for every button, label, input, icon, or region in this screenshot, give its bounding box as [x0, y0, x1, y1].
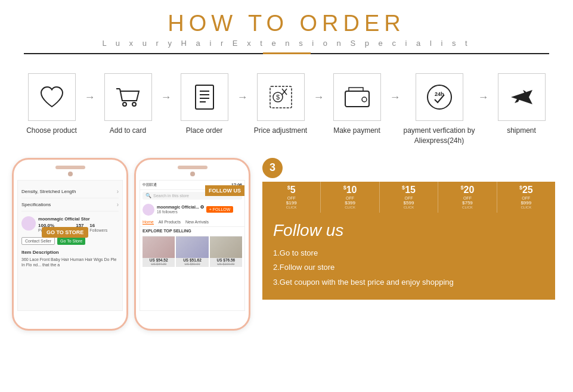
svg-point-14	[362, 97, 367, 102]
coupon-25-threshold: $999	[521, 200, 531, 206]
coupon-25: $25 OFF $999 CLICK	[497, 182, 555, 213]
coupon-25-amount: $25	[519, 185, 533, 195]
phone1-specs-label: Specifications	[21, 202, 51, 207]
follow-title: Follow us	[273, 221, 544, 240]
phone2-explore-label: EXPLORE TOP SELLING	[140, 227, 244, 235]
step-icon-wallet	[333, 73, 381, 121]
phone-2: 中国联通 17:06 🔍 Search in this store moonma…	[134, 158, 250, 331]
search-icon: 🔍	[145, 193, 151, 198]
phone1-followers: 16Followers	[89, 223, 107, 232]
contact-seller-btn[interactable]: Contact Seller	[21, 237, 55, 245]
phone-1: Density, Stretched Length › Specificatio…	[12, 158, 128, 331]
coupon-5-amount: $5	[287, 185, 296, 195]
coupon-5-threshold: $199	[286, 200, 297, 206]
svg-point-1	[123, 102, 126, 106]
phone2-store-followers: 16 followers	[157, 210, 204, 214]
arrow-6: →	[478, 91, 489, 104]
svg-text:$: $	[276, 94, 280, 101]
page-subtitle: L u x u r y H a i r E x t e n s i o n S …	[0, 39, 573, 48]
coupon-20-threshold: $759	[462, 200, 473, 206]
phone1-density-label: Density, Stretched Length	[21, 189, 76, 194]
step-label-choose-product: Choose product	[26, 126, 77, 136]
step-icon-plane	[498, 73, 546, 121]
step-place-order: Place order	[172, 73, 237, 136]
coupon-10-click: CLICK	[345, 206, 355, 209]
phone1-camera	[68, 172, 73, 176]
coupon-10-amount: $10	[343, 185, 357, 195]
phone2-price-2: US $51.62	[183, 258, 202, 262]
step-label-add-to-card: Add to card	[110, 126, 146, 136]
step-add-to-card: Add to card	[95, 73, 161, 136]
phone2-camera	[190, 172, 195, 176]
coupon-15-click: CLICK	[404, 206, 414, 209]
coupon-5-off: OFF	[287, 196, 296, 200]
line-right	[311, 53, 550, 54]
step-label-shipment: shipment	[507, 126, 536, 136]
phone2-price-1: US $54.52	[150, 258, 168, 262]
step-icon-document	[181, 73, 228, 121]
phone2-nav-products[interactable]: All Products	[159, 220, 181, 225]
phone2-content: 中国联通 17:06 🔍 Search in this store moonma…	[140, 181, 244, 310]
phone1-store-name: moonmagic Official Stor	[38, 216, 107, 222]
arrow-2: →	[161, 91, 172, 104]
svg-rect-3	[196, 85, 213, 109]
step-label-payment-verification: payment verfication by Aliexpress(24h)	[401, 126, 478, 146]
coupon-10: $10 OFF $399 CLICK	[321, 182, 379, 213]
coupon-20-amount: $20	[461, 185, 475, 195]
phone2-nav: Home All Products New Arrivals	[140, 218, 244, 227]
coupon-20-click: CLICK	[462, 206, 473, 209]
phone1-row-density: Density, Stretched Length ›	[21, 185, 119, 198]
phone1-row-specs: Specifications ›	[21, 198, 119, 211]
svg-point-16	[428, 85, 451, 109]
follow-us-badge: FOLLOW US	[205, 185, 244, 196]
coupon-10-threshold: $399	[345, 200, 355, 206]
step-label-place-order: Place order	[186, 126, 222, 136]
follow-panel: Follow us 1.Go to store 2.Follow our sto…	[262, 213, 555, 300]
coupon-25-off: OFF	[522, 196, 530, 200]
step-icon-heart	[28, 73, 76, 121]
step3-badge: 3	[262, 158, 283, 178]
phone2-store-avatar	[143, 204, 154, 216]
phone2-product-3: US $76.56 US $100.00	[210, 236, 242, 267]
phone1-buttons: Contact Seller Go To Store	[21, 237, 119, 245]
step-shipment: shipment	[489, 73, 555, 136]
bottom-section: Density, Stretched Length › Specificatio…	[0, 152, 573, 337]
coupons-strip: $5 OFF $199 CLICK $10 OFF $399 CLICK $15…	[262, 182, 555, 213]
phones-container: Density, Stretched Length › Specificatio…	[12, 158, 250, 331]
follow-step-1: 1.Go to store	[273, 246, 544, 261]
phone2-products-grid: US $54.52 US $84.00 US $51.62 US $80.00 …	[140, 235, 244, 268]
goto-store-badge[interactable]: GO TO STORE	[42, 227, 88, 238]
follow-steps: 1.Go to store 2.Follow our store 3.Get c…	[273, 246, 544, 290]
coupon-10-off: OFF	[346, 196, 354, 200]
phone2-follow-btn[interactable]: + FOLLOW	[206, 206, 234, 213]
phone1-chevron-1: ›	[117, 188, 119, 195]
coupon-25-click: CLICK	[521, 206, 531, 209]
goto-store-btn[interactable]: Go To Store	[57, 237, 85, 245]
step-make-payment: Make payment	[324, 73, 390, 136]
follow-step-3: 3.Get coupon with the best price and enj…	[273, 275, 544, 290]
phone2-screen: 中国联通 17:06 🔍 Search in this store moonma…	[140, 180, 245, 311]
phone1-store-logo	[21, 216, 36, 231]
phone2-price-3: US $76.56	[216, 258, 235, 262]
coupon-20: $20 OFF $759 CLICK	[438, 182, 497, 213]
arrow-5: →	[390, 91, 401, 104]
phone2-oldprice-3: US $100.00	[217, 262, 234, 266]
coupon-15-off: OFF	[405, 196, 413, 200]
arrow-1: →	[85, 91, 95, 104]
step-label-make-payment: Make payment	[333, 126, 380, 136]
phone2-store-info: moonmagic Official... ✪ 16 followers	[157, 205, 204, 214]
phone2-nav-home[interactable]: Home	[143, 220, 154, 225]
phone1-content: Density, Stretched Length › Specificatio…	[18, 181, 122, 272]
coupon-5: $5 OFF $199 CLICK	[262, 182, 321, 213]
step-payment-verification: 24h payment verfication by Aliexpress(24…	[401, 73, 478, 146]
page-title: HOW TO ORDER	[0, 11, 573, 36]
follow-step-2: 2.Follow our store	[273, 260, 544, 275]
phone2-oldprice-1: US $84.00	[151, 262, 166, 266]
phone2-store-name: moonmagic Official... ✪	[157, 205, 204, 210]
svg-rect-13	[345, 91, 369, 107]
phone1-item-desc-text: 360 Lace Front Baby Hair Human Hair Wigs…	[21, 257, 119, 267]
header-divider	[24, 52, 549, 54]
right-panel: 3 $5 OFF $199 CLICK $10 OFF $399 CLICK $…	[262, 158, 555, 300]
coupon-15-amount: $15	[402, 185, 416, 195]
phone2-nav-arrivals[interactable]: New Arrivals	[185, 220, 209, 225]
